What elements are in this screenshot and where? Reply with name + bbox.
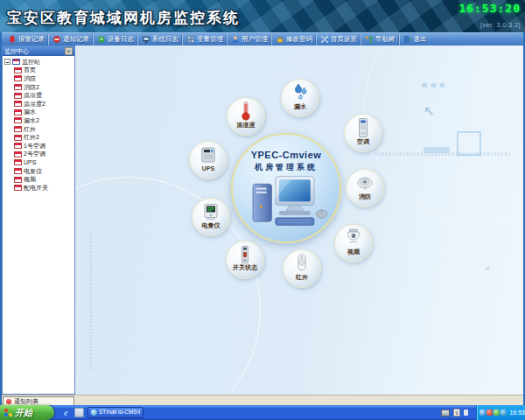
tree-item-leak[interactable]: 漏水 xyxy=(14,108,74,117)
exit-button[interactable]: 退出 xyxy=(399,34,430,46)
thermometer-icon xyxy=(237,101,255,122)
notice-dot-icon xyxy=(6,399,11,404)
device-icon xyxy=(14,84,22,90)
background-square xyxy=(457,131,481,156)
hub-title: YPEC-Cmview xyxy=(233,150,340,160)
air-conditioner-icon xyxy=(354,117,372,138)
tray-status-icon[interactable] xyxy=(494,410,500,416)
taskbar: 开始 e STmail id-CMS中... 9 16:53 xyxy=(0,405,525,420)
background-chevrons: « « « xyxy=(422,79,445,91)
diagram-node-water-leak[interactable]: 漏水 xyxy=(281,79,319,117)
printer-icon[interactable] xyxy=(441,410,450,416)
homepage-settings-button[interactable]: 首页设置 xyxy=(316,34,360,46)
computer-icon xyxy=(244,172,332,233)
smoke-detector-icon xyxy=(356,172,374,193)
station-icon xyxy=(12,59,20,65)
sidebar-panel: 监控中心 × 监控站 首页 消防 消防2 温湿度 温湿度2 漏水 漏水2 红外 … xyxy=(2,46,75,395)
tree-item-power-switch[interactable]: 配电开关 xyxy=(14,184,74,192)
diagram-node-fire[interactable]: 消防 xyxy=(346,169,384,207)
diagram-node-switch-status[interactable]: 开关状态 xyxy=(226,241,264,279)
tray-app-icon[interactable] xyxy=(500,410,507,416)
battery-icon[interactable]: 9 xyxy=(453,409,460,416)
system-log-icon xyxy=(142,35,150,44)
diagram-node-air-conditioner[interactable]: 空调 xyxy=(344,114,382,152)
tree-item-temp-humidity[interactable]: 温湿度 xyxy=(14,91,74,100)
background-arrow: ↖ xyxy=(424,103,435,119)
tree-item-fire[interactable]: 消防 xyxy=(14,74,74,83)
user-icon xyxy=(231,35,240,44)
tray-network-icon[interactable] xyxy=(480,410,486,416)
windows-logo-icon xyxy=(4,409,12,416)
taskbar-mid-icons: 9 xyxy=(441,409,468,416)
diagram-node-infrared[interactable]: 红外 xyxy=(283,249,321,288)
system-tray: 16:53 xyxy=(476,405,525,420)
collapse-icon[interactable] xyxy=(4,59,10,65)
diagram-node-temp-humidity[interactable]: 温湿度 xyxy=(227,97,265,136)
variable-manage-button[interactable]: 变量管理 xyxy=(182,34,227,46)
device-icon xyxy=(14,185,22,191)
main-dashboard: 010101101001011010100101010110100101101 … xyxy=(75,46,523,395)
tree-item-power-meter[interactable]: 电量仪 xyxy=(14,167,74,176)
tree-item-homepage[interactable]: 首页 xyxy=(14,66,74,75)
tray-alert-icon[interactable] xyxy=(486,410,493,416)
change-password-button[interactable]: 修改密码 xyxy=(271,34,316,46)
app-window: 宝安区教育城域网机房监控系统 16:53:20 [ver: 3.0.3.2] 报… xyxy=(0,0,525,420)
background-binary: 010101101001011010100101010110100101101 xyxy=(88,234,94,370)
ups-icon xyxy=(200,144,217,165)
device-log-button[interactable]: 设备日志 xyxy=(93,34,137,46)
toolbar: 报警记录 通知记录 设备日志 系统日志 变量管理 用户管理 修改密码 首页设置 xyxy=(2,32,523,46)
background-bar xyxy=(424,147,450,153)
show-desktop-icon[interactable] xyxy=(74,408,84,417)
tree-item-temp-humidity2[interactable]: 温湿度2 xyxy=(14,100,74,108)
volume-icon[interactable] xyxy=(464,410,468,416)
diagram-node-power-meter[interactable]: 电量仪 xyxy=(192,198,230,236)
breaker-switch-icon xyxy=(236,245,254,264)
device-icon xyxy=(14,117,22,123)
notice-icon xyxy=(52,35,61,44)
tree-item-ac1[interactable]: 1号空调 xyxy=(14,142,74,150)
sidebar-title: 监控中心 xyxy=(4,47,29,56)
system-log-button[interactable]: 系统日志 xyxy=(137,34,182,46)
monitor-tree: 监控站 首页 消防 消防2 温湿度 温湿度2 漏水 漏水2 红外 红外2 1号空… xyxy=(3,56,74,192)
start-button[interactable]: 开始 xyxy=(0,405,54,420)
tree-item-video[interactable]: 视频 xyxy=(14,175,74,184)
tree-root-station[interactable]: 监控站 xyxy=(4,58,74,66)
device-log-icon xyxy=(97,35,106,44)
infrared-sensor-icon xyxy=(293,253,311,274)
water-drop-icon xyxy=(291,82,309,103)
nav-tree-button[interactable]: 导航树 xyxy=(360,34,399,46)
tree-item-ac2[interactable]: 2号空调 xyxy=(14,150,74,159)
diagram-node-ups[interactable]: UPS xyxy=(189,141,228,179)
tree-item-ups[interactable]: UPS xyxy=(14,158,74,167)
tree-item-infrared2[interactable]: 红外2 xyxy=(14,133,74,142)
page-title: 宝安区教育城域网机房监控系统 xyxy=(7,8,240,28)
background-ring xyxy=(364,46,523,222)
background-chevron: « xyxy=(485,262,490,273)
title-bar: 宝安区教育城域网机房监控系统 16:53:20 [ver: 3.0.3.2] xyxy=(0,0,525,32)
device-icon xyxy=(14,177,22,183)
tree-item-fire2[interactable]: 消防2 xyxy=(14,83,74,92)
taskbar-task-button[interactable]: STmail id-CMS中... xyxy=(88,407,144,418)
device-icon xyxy=(14,75,22,81)
device-icon xyxy=(14,101,22,107)
center-hub: YPEC-Cmview 机房管理系统 xyxy=(231,133,341,243)
power-meter-icon xyxy=(202,201,220,222)
internet-explorer-icon[interactable]: e xyxy=(61,408,71,417)
alarm-records-button[interactable]: 报警记录 xyxy=(4,34,48,46)
user-manage-button[interactable]: 用户管理 xyxy=(227,34,271,46)
close-icon[interactable]: × xyxy=(65,47,73,55)
diagram-node-video[interactable]: 视频 xyxy=(334,224,373,262)
tree-item-infrared[interactable]: 红外 xyxy=(14,125,74,134)
background-binary: 010101101001011010100101010110100101101 xyxy=(374,151,511,157)
lock-icon xyxy=(276,35,284,44)
device-icon xyxy=(14,143,22,149)
device-icon xyxy=(14,151,22,158)
task-app-icon xyxy=(91,410,97,416)
tools-icon xyxy=(320,35,329,44)
device-icon xyxy=(14,126,22,132)
notice-records-button[interactable]: 通知记录 xyxy=(48,34,93,46)
dome-camera-icon xyxy=(345,228,362,248)
tree-item-leak2[interactable]: 漏水2 xyxy=(14,116,74,125)
version-label: [ver: 3.0.3.2] xyxy=(480,22,521,28)
device-icon xyxy=(14,168,22,174)
